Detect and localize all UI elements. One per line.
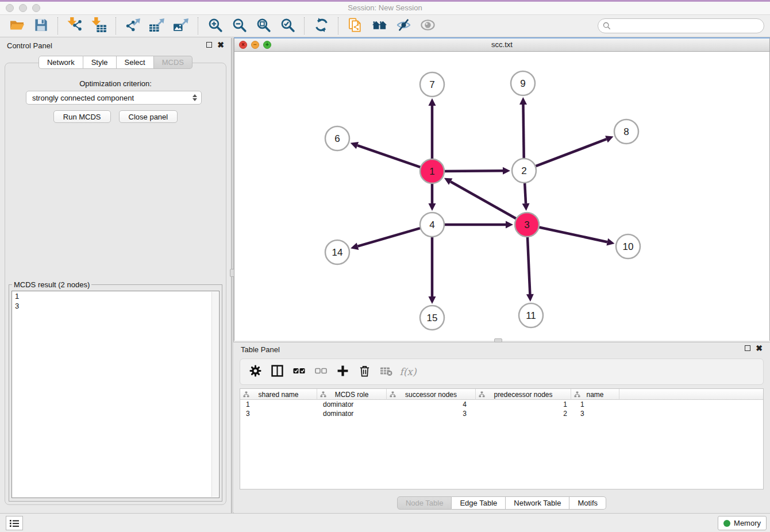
svg-text:7: 7	[429, 79, 434, 90]
graph-edge-4-3[interactable]	[443, 221, 513, 229]
save-session-button[interactable]	[32, 17, 49, 34]
zoom-out-button[interactable]	[230, 17, 248, 34]
tab-edge-table[interactable]: Edge Table	[452, 496, 506, 510]
tab-node-table[interactable]: Node Table	[397, 496, 452, 510]
mcds-result-list[interactable]: 13	[11, 291, 220, 498]
graph-edge-1-2[interactable]	[443, 167, 510, 175]
show-all-button[interactable]	[419, 17, 436, 34]
mcds-result-item[interactable]: 3	[12, 301, 219, 311]
show-all-columns-button[interactable]	[291, 364, 306, 379]
criterion-select[interactable]: strongly connected component	[26, 91, 202, 105]
zoom-selected-icon	[280, 17, 295, 35]
table-panel-float-icon[interactable]	[745, 345, 750, 351]
horizontal-splitter-grip[interactable]	[494, 338, 502, 342]
memory-label: Memory	[734, 519, 761, 527]
export-network-button[interactable]	[124, 17, 141, 34]
run-mcds-button[interactable]: Run MCDS	[53, 110, 111, 123]
graph-node-3[interactable]: 3	[515, 213, 539, 237]
table-cell: dominator	[317, 400, 387, 409]
export-image-button[interactable]	[172, 17, 190, 34]
graph-node-8[interactable]: 8	[614, 119, 638, 144]
memory-button[interactable]: Memory	[718, 516, 767, 530]
graph-edge-4-15[interactable]	[429, 236, 436, 304]
graph-node-10[interactable]: 10	[616, 234, 640, 259]
column-header-MCDS-role[interactable]: MCDS role	[317, 389, 387, 400]
tab-select[interactable]: Select	[117, 56, 154, 69]
graph-node-1[interactable]: 1	[420, 159, 444, 183]
graph-edge-2-3[interactable]	[522, 182, 530, 211]
delete-columns-button[interactable]	[357, 364, 372, 379]
new-network-from-selection-button[interactable]	[346, 17, 364, 34]
zoom-fit-content-icon	[256, 17, 271, 35]
table-row[interactable]: 3dominator323	[240, 409, 763, 418]
graph-node-2[interactable]: 2	[512, 159, 536, 183]
export-network-icon	[125, 17, 141, 35]
graph-edge-3-11[interactable]	[526, 236, 534, 302]
graph-edge-3-10[interactable]	[538, 227, 615, 246]
table-mode-button[interactable]	[270, 364, 284, 379]
network-graph[interactable]: 7968124314101511	[234, 52, 770, 341]
close-panel-button[interactable]: Close panel	[119, 110, 178, 123]
mcds-result-item[interactable]: 1	[12, 291, 219, 301]
hide-all-columns-button[interactable]	[313, 364, 328, 379]
graph-edge-4-14[interactable]	[351, 228, 422, 250]
graph-edge-1-4[interactable]	[429, 182, 436, 211]
refresh-view-icon	[314, 17, 329, 35]
graph-node-4[interactable]: 4	[420, 213, 444, 237]
control-panel-float-icon[interactable]	[206, 42, 212, 48]
open-session-button[interactable]	[8, 17, 25, 34]
graph-edge-1-7[interactable]	[429, 98, 436, 160]
tab-mcds[interactable]: MCDS	[154, 56, 192, 69]
graph-node-9[interactable]: 9	[511, 71, 535, 95]
toolbar-separator	[57, 17, 58, 34]
network-view-window: × − + scc.txt 7968124314101511	[234, 37, 770, 341]
zoom-in-button[interactable]	[206, 17, 224, 34]
open-session-icon	[9, 17, 25, 35]
tab-style[interactable]: Style	[83, 56, 117, 69]
new-network-from-selection-icon	[348, 17, 363, 35]
tab-network-table[interactable]: Network Table	[506, 496, 569, 510]
export-table-button[interactable]	[148, 17, 165, 34]
zoom-out-icon	[232, 17, 247, 35]
network-canvas[interactable]: 7968124314101511	[234, 52, 769, 341]
zoom-fit-content-button[interactable]	[255, 17, 272, 34]
refresh-view-button[interactable]	[313, 17, 330, 34]
graph-node-7[interactable]: 7	[420, 72, 444, 97]
task-history-button[interactable]	[6, 516, 23, 530]
mcds-result-group: MCDS result (2 nodes) 13	[9, 284, 222, 502]
network-window-titlebar[interactable]: × − + scc.txt	[234, 38, 769, 52]
graph-edge-1-6[interactable]	[351, 142, 422, 168]
table-row[interactable]: 1dominator411	[240, 400, 763, 409]
zoom-selected-button[interactable]	[279, 17, 296, 34]
function-builder-button[interactable]: f(x)	[401, 364, 415, 379]
column-header-name[interactable]: name	[571, 389, 619, 400]
tab-network[interactable]: Network	[38, 56, 83, 69]
import-table-button[interactable]	[90, 17, 107, 34]
graph-node-11[interactable]: 11	[519, 303, 543, 327]
column-header-successor-nodes[interactable]: successor nodes	[387, 389, 476, 400]
result-scrollbar[interactable]	[211, 292, 218, 497]
table-settings-button[interactable]	[248, 364, 263, 379]
application-window: Session: New Session Control Panel ✖ Net…	[0, 0, 770, 532]
control-panel-close-icon[interactable]: ✖	[217, 42, 224, 48]
svg-text:6: 6	[334, 133, 340, 144]
table-panel-close-icon[interactable]: ✖	[756, 345, 763, 351]
graph-edge-2-8[interactable]	[534, 136, 614, 167]
graph-edge-3-1[interactable]	[444, 178, 518, 219]
graph-node-6[interactable]: 6	[325, 126, 349, 151]
svg-text:4: 4	[429, 219, 434, 230]
graph-node-14[interactable]: 14	[325, 240, 349, 264]
graph-node-15[interactable]: 15	[420, 306, 444, 330]
column-header-shared-name[interactable]: shared name	[240, 389, 317, 400]
column-header-predecessor-nodes[interactable]: predecessor nodes	[476, 389, 571, 400]
import-network-button[interactable]	[66, 17, 83, 34]
hide-selected-button[interactable]	[395, 17, 412, 34]
tab-motifs[interactable]: Motifs	[569, 496, 606, 510]
toolbar-separator	[304, 17, 305, 34]
delete-table-button[interactable]	[379, 364, 394, 379]
create-column-button[interactable]	[335, 364, 350, 379]
first-neighbors-button[interactable]	[371, 17, 388, 34]
export-image-icon	[174, 17, 189, 35]
search-input[interactable]	[614, 21, 759, 31]
graph-edge-2-9[interactable]	[519, 97, 527, 160]
